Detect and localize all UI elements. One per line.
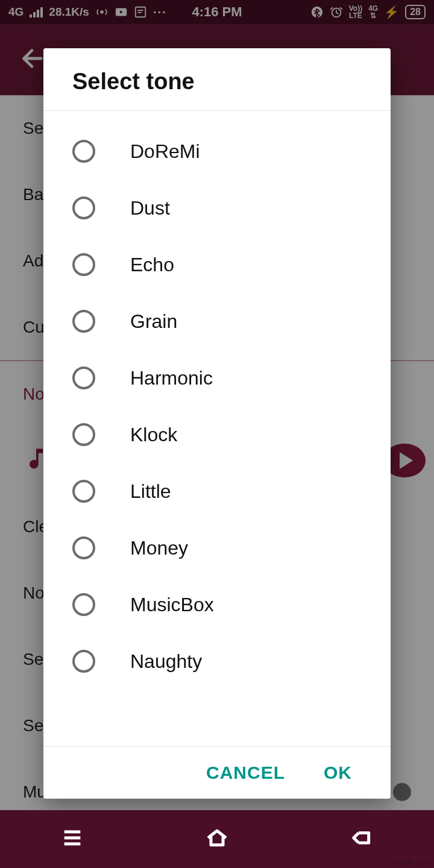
tone-option[interactable]: Little	[43, 463, 391, 520]
radio-icon[interactable]	[72, 366, 95, 389]
radio-icon[interactable]	[72, 593, 95, 616]
ok-button[interactable]: OK	[324, 763, 352, 783]
dialog-actions: CANCEL OK	[43, 746, 391, 799]
tone-label: Echo	[130, 254, 174, 276]
tone-option[interactable]: Harmonic	[43, 350, 391, 406]
radio-icon[interactable]	[72, 140, 95, 163]
tone-label: Klock	[130, 424, 177, 446]
select-tone-dialog: Select tone Doda DoReMi Dust Echo Grain …	[43, 48, 391, 799]
tone-label: Money	[130, 537, 188, 559]
tone-list-inner: Doda DoReMi Dust Echo Grain Harmonic Klo…	[43, 111, 391, 690]
radio-icon[interactable]	[72, 480, 95, 503]
tone-option[interactable]: Naughty	[43, 633, 391, 690]
back-nav-button[interactable]	[347, 826, 376, 852]
tone-label: Grain	[130, 310, 177, 333]
screen: 4G 28.1K/s ··· 4:16 PM	[0, 0, 434, 868]
tone-option[interactable]: Klock	[43, 406, 391, 463]
recent-apps-button[interactable]	[58, 826, 87, 852]
tone-list[interactable]: Doda DoReMi Dust Echo Grain Harmonic Klo…	[43, 111, 391, 746]
home-button[interactable]	[203, 826, 231, 852]
cancel-button[interactable]: CANCEL	[206, 763, 285, 783]
radio-icon[interactable]	[72, 197, 95, 219]
tone-label: DoReMi	[130, 140, 200, 163]
tone-label: Dust	[130, 197, 170, 219]
dialog-title: Select tone	[43, 48, 391, 111]
radio-icon[interactable]	[72, 310, 95, 333]
tone-option[interactable]: Dust	[43, 180, 391, 236]
tone-label: MusicBox	[130, 594, 214, 616]
tone-option[interactable]: Grain	[43, 293, 391, 350]
radio-icon[interactable]	[72, 650, 95, 673]
tone-option[interactable]: Doda	[43, 111, 391, 123]
radio-icon[interactable]	[72, 536, 95, 559]
watermark: wsxdn.com	[393, 858, 429, 867]
tone-label: Little	[130, 480, 171, 503]
navigation-bar	[0, 810, 434, 868]
tone-option[interactable]: Echo	[43, 236, 391, 293]
radio-icon[interactable]	[72, 253, 95, 276]
tone-option[interactable]: Money	[43, 520, 391, 576]
tone-label: Naughty	[130, 650, 202, 673]
tone-option[interactable]: DoReMi	[43, 123, 391, 180]
radio-icon[interactable]	[72, 423, 95, 446]
tone-label: Harmonic	[130, 367, 213, 389]
tone-option[interactable]: MusicBox	[43, 576, 391, 633]
